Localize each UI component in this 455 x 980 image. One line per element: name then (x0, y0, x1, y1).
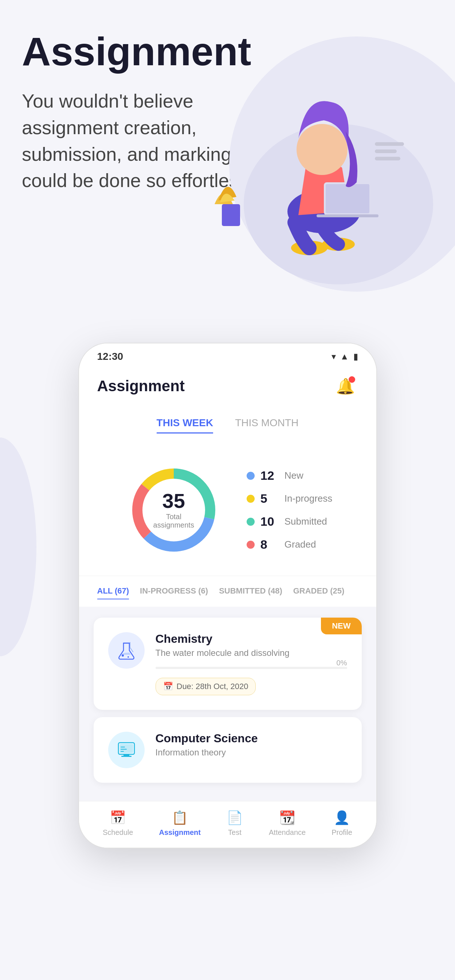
notification-dot (349, 376, 355, 383)
svg-rect-6 (326, 184, 369, 213)
app-header: Assignment 🔔 (79, 366, 376, 410)
nav-schedule[interactable]: 📅 Schedule (103, 810, 133, 837)
card-content-cs: Computer Science Information theory (108, 732, 347, 768)
status-bar: 12:30 ▾ ▲ ▮ (79, 344, 376, 366)
nav-attendance-label: Attendance (269, 828, 306, 837)
assignment-card-cs[interactable]: Computer Science Information theory (94, 717, 362, 783)
hero-section: Assignment You wouldn't believe assignme… (0, 0, 455, 328)
filter-inprogress[interactable]: IN-PROGRESS (6) (140, 583, 208, 600)
due-date-text: Due: 28th Oct, 2020 (177, 682, 249, 691)
legend-dot-submitted (247, 518, 255, 526)
chemistry-icon (108, 632, 144, 669)
svg-point-19 (127, 656, 129, 658)
stats-section: 35 Total assignments 12 New 5 In-progres… (79, 444, 376, 576)
legend-graded: 8 Graded (247, 538, 333, 552)
assignments-list: NEW (79, 607, 376, 801)
donut-center: 35 Total assignments (148, 491, 199, 530)
legend-label-submitted: Submitted (284, 516, 327, 527)
schedule-icon: 📅 (109, 810, 126, 826)
signal-icon: ▲ (340, 352, 349, 362)
tab-this-week[interactable]: THIS WEEK (157, 417, 214, 433)
nav-attendance[interactable]: 📆 Attendance (269, 810, 306, 837)
notification-button[interactable]: 🔔 (333, 373, 358, 399)
svg-point-8 (296, 124, 347, 175)
nav-schedule-label: Schedule (103, 828, 133, 837)
legend-inprogress: 5 In-progress (247, 492, 333, 506)
stats-legend: 12 New 5 In-progress 10 Submitted 8 Grad… (247, 468, 333, 552)
svg-rect-23 (121, 756, 132, 757)
week-tabs: THIS WEEK THIS MONTH (79, 410, 376, 444)
svg-rect-11 (375, 157, 400, 161)
cs-description: Information theory (155, 748, 347, 757)
legend-label-graded: Graded (284, 539, 316, 550)
new-badge: NEW (321, 617, 361, 635)
donut-total: 35 (148, 491, 199, 511)
cs-card-info: Computer Science Information theory (155, 732, 347, 757)
svg-rect-7 (317, 215, 379, 217)
legend-label-new: New (284, 470, 303, 481)
battery-icon: ▮ (354, 352, 358, 362)
nav-profile-label: Profile (331, 828, 352, 837)
legend-dot-new (247, 472, 255, 480)
legend-label-inprogress: In-progress (284, 493, 333, 504)
profile-icon: 👤 (334, 810, 350, 826)
assignment-card-chemistry[interactable]: NEW (94, 617, 362, 710)
wifi-icon: ▾ (331, 352, 336, 362)
attendance-icon: 📆 (279, 810, 295, 826)
filter-graded[interactable]: GRADED (25) (293, 583, 345, 600)
nav-test[interactable]: 📄 Test (227, 810, 243, 837)
chemistry-description: The water molecule and dissolving (155, 648, 347, 658)
phone-section: 12:30 ▾ ▲ ▮ Assignment 🔔 THIS WEEK THIS … (0, 328, 455, 878)
legend-count-inprogress: 5 (260, 492, 279, 506)
filter-submitted[interactable]: SUBMITTED (48) (219, 583, 282, 600)
svg-rect-10 (375, 150, 397, 153)
svg-rect-9 (375, 142, 404, 146)
legend-dot-inprogress (247, 495, 255, 503)
hero-illustration (185, 29, 433, 285)
donut-label: Total assignments (148, 512, 199, 530)
calendar-icon: 📅 (163, 682, 173, 691)
donut-chart: 35 Total assignments (123, 459, 225, 561)
assignment-nav-icon: 📋 (171, 810, 188, 826)
status-icons: ▾ ▲ ▮ (331, 352, 358, 362)
nav-profile[interactable]: 👤 Profile (331, 810, 352, 837)
tab-this-month[interactable]: THIS MONTH (235, 417, 298, 433)
chemistry-progress-bar: 0% (155, 667, 347, 669)
cs-icon (108, 732, 144, 768)
status-time: 12:30 (97, 351, 124, 363)
chemistry-due-date: 📅 Due: 28th Oct, 2020 (155, 678, 256, 695)
legend-count-new: 12 (260, 468, 279, 483)
chemistry-card-info: Chemistry The water molecule and dissolv… (155, 632, 347, 695)
nav-assignment[interactable]: 📋 Assignment (159, 810, 200, 837)
legend-count-submitted: 10 (260, 514, 279, 529)
legend-count-graded: 8 (260, 538, 279, 552)
chemistry-subject-name: Chemistry (155, 632, 347, 646)
chemistry-progress-percent: 0% (337, 659, 347, 667)
filter-tabs: ALL (67) IN-PROGRESS (6) SUBMITTED (48) … (79, 576, 376, 607)
filter-all[interactable]: ALL (67) (97, 583, 129, 600)
svg-rect-1 (222, 204, 240, 226)
nav-test-label: Test (228, 828, 241, 837)
phone-mockup: 12:30 ▾ ▲ ▮ Assignment 🔔 THIS WEEK THIS … (78, 343, 377, 848)
test-icon: 📄 (227, 810, 243, 826)
bottom-nav: 📅 Schedule 📋 Assignment 📄 Test 📆 Attenda… (79, 801, 376, 848)
app-header-title: Assignment (97, 377, 185, 395)
legend-dot-graded (247, 541, 255, 549)
nav-assignment-label: Assignment (159, 828, 200, 837)
legend-submitted: 10 Submitted (247, 514, 333, 529)
svg-point-18 (122, 654, 124, 657)
card-content-chemistry: Chemistry The water molecule and dissolv… (108, 632, 347, 695)
cs-subject-name: Computer Science (155, 732, 347, 745)
legend-new: 12 New (247, 468, 333, 483)
